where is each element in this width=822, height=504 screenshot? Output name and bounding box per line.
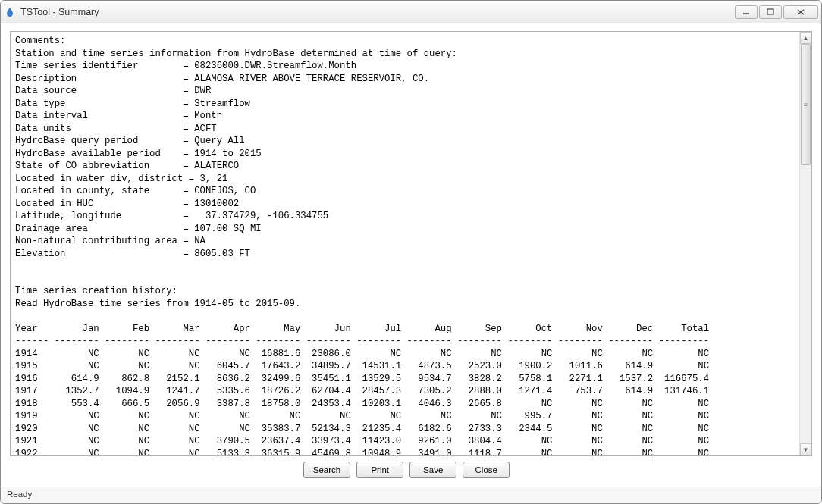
svg-rect-1 xyxy=(767,9,773,14)
status-bar: Ready xyxy=(1,487,821,503)
maximize-button[interactable] xyxy=(759,5,782,19)
minimize-button[interactable] xyxy=(735,5,758,19)
scroll-down-arrow[interactable]: ▼ xyxy=(800,443,811,455)
summary-panel: Comments: Station and time series inform… xyxy=(10,31,812,456)
window-controls xyxy=(735,5,818,19)
vertical-scrollbar[interactable]: ▲ ▼ xyxy=(799,32,811,455)
search-button[interactable]: Search xyxy=(303,462,350,478)
print-button[interactable]: Print xyxy=(356,462,403,478)
save-button[interactable]: Save xyxy=(409,462,456,478)
scroll-up-arrow[interactable]: ▲ xyxy=(800,32,811,44)
window-title: TSTool - Summary xyxy=(20,7,99,17)
close-window-button[interactable] xyxy=(783,5,818,19)
button-bar: Search Print Save Close xyxy=(1,459,812,481)
scroll-thumb[interactable] xyxy=(801,44,811,165)
app-icon xyxy=(4,6,16,18)
titlebar: TSTool - Summary xyxy=(1,1,821,23)
close-button[interactable]: Close xyxy=(463,462,510,478)
summary-text[interactable]: Comments: Station and time series inform… xyxy=(11,32,799,455)
status-text: Ready xyxy=(7,490,32,499)
